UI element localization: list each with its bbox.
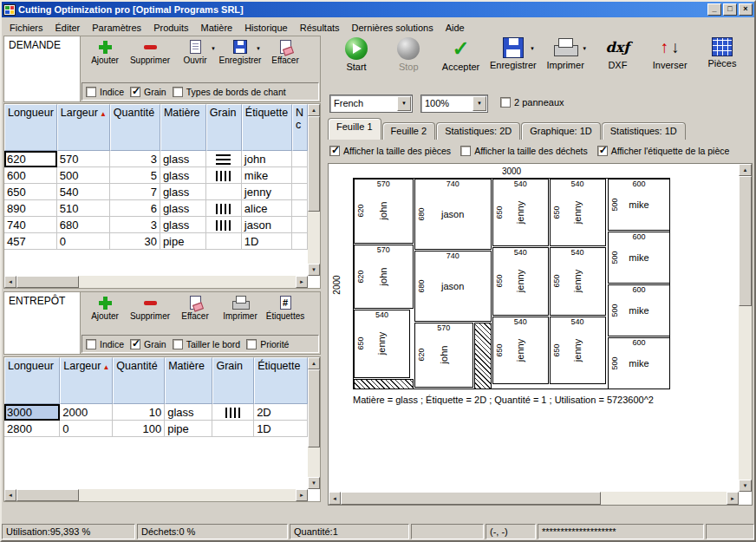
menu-parametres[interactable]: Paramètres xyxy=(86,21,147,35)
menu-produits[interactable]: Produits xyxy=(147,21,194,35)
table-cell[interactable]: 650 xyxy=(4,184,57,200)
menu-dernieres-solutions[interactable]: Dernières solutions xyxy=(346,21,440,35)
column-header-longueur[interactable]: Longueur xyxy=(4,357,60,404)
table-cell[interactable]: 510 xyxy=(57,200,110,217)
menu-historique[interactable]: Historique xyxy=(238,21,294,35)
table-cell[interactable]: 680 xyxy=(57,217,110,233)
table-cell[interactable]: 540 xyxy=(57,184,110,200)
demande-vertical-scrollbar[interactable]: ▲ ▼ xyxy=(308,104,320,276)
table-cell[interactable]: 0 xyxy=(57,233,110,250)
tab-statistiques-1d[interactable]: Statistiques: 1D xyxy=(602,122,686,140)
checkbox-icon[interactable] xyxy=(460,146,471,156)
zoom-select[interactable]: 100% ▼ xyxy=(420,95,488,113)
table-cell[interactable]: jenny xyxy=(242,184,292,200)
piece-jenny[interactable]: 540650jenny xyxy=(492,317,549,384)
table-cell[interactable] xyxy=(206,184,242,200)
piece-jenny[interactable]: 540650jenny xyxy=(492,247,549,315)
table-cell[interactable]: pipe xyxy=(165,421,212,437)
scrollbar-thumb[interactable] xyxy=(739,176,752,306)
minimize-button[interactable]: _ xyxy=(707,3,721,16)
scrollbar-thumb[interactable] xyxy=(16,276,79,288)
scrollbar-thumb[interactable] xyxy=(308,116,320,212)
checkbox-icon[interactable] xyxy=(597,146,608,156)
scrollbar-track[interactable] xyxy=(308,369,320,477)
scroll-right-icon[interactable]: ► xyxy=(727,492,739,505)
scroll-up-icon[interactable]: ▲ xyxy=(308,104,320,116)
table-cell[interactable] xyxy=(292,184,308,200)
menu-resultats[interactable]: Résultats xyxy=(294,21,346,35)
chevron-down-icon[interactable]: ▼ xyxy=(397,96,411,111)
table-cell[interactable]: 30 xyxy=(110,233,160,250)
checkbox-2-panneaux[interactable]: 2 panneaux xyxy=(500,97,564,108)
table-cell[interactable] xyxy=(212,404,254,421)
table-cell[interactable]: 1D xyxy=(242,233,292,250)
scroll-left-icon[interactable]: ◄ xyxy=(4,276,16,288)
table-cell[interactable]: 0 xyxy=(60,421,113,437)
ajouter-button[interactable]: Ajouter xyxy=(82,295,127,321)
table-cell[interactable]: glass xyxy=(160,217,206,233)
piece-jenny[interactable]: 540650jenny xyxy=(492,179,549,246)
table-cell[interactable] xyxy=(292,233,308,250)
scroll-right-icon[interactable]: ► xyxy=(296,489,308,501)
tab-feuille-2[interactable]: Feuille 2 xyxy=(382,122,436,140)
entrepot-vertical-scrollbar[interactable]: ▲ ▼ xyxy=(308,357,320,489)
scrollbar-thumb[interactable] xyxy=(16,489,79,501)
piece-mike[interactable]: 600500mike xyxy=(608,284,670,336)
table-cell[interactable]: 3000 xyxy=(4,404,60,421)
maximize-button[interactable]: □ xyxy=(723,3,737,16)
table-cell[interactable]: pipe xyxy=(160,233,206,250)
table-cell[interactable]: 890 xyxy=(4,200,57,217)
checkbox-afficher-la-taille-des-dechets[interactable]: Afficher la taille des déchets xyxy=(460,146,588,156)
table-cell[interactable]: 100 xyxy=(113,421,165,437)
scrollbar-track[interactable] xyxy=(341,492,727,505)
column-header-grain[interactable]: Grain xyxy=(206,104,242,151)
scroll-right-icon[interactable]: ► xyxy=(296,276,308,288)
column-header-grain[interactable]: Grain xyxy=(212,357,254,404)
start-button[interactable]: Start xyxy=(331,36,381,90)
piece-jason[interactable]: 740680jason xyxy=(414,179,492,250)
table-cell[interactable]: glass xyxy=(160,184,206,200)
table-cell[interactable] xyxy=(292,167,308,184)
piece-john[interactable]: 570620john xyxy=(354,179,414,244)
table-cell[interactable] xyxy=(206,151,242,167)
table-cell[interactable]: 2000 xyxy=(60,404,113,421)
table-cell[interactable]: glass xyxy=(165,404,212,421)
scrollbar-track[interactable] xyxy=(739,176,752,480)
table-cell[interactable] xyxy=(292,151,308,167)
table-cell[interactable]: 570 xyxy=(57,151,110,167)
table-cell[interactable]: john xyxy=(242,151,292,167)
checkbox-icon[interactable] xyxy=(246,339,257,349)
language-select[interactable]: French ▼ xyxy=(329,95,413,113)
dropdown-arrow-icon[interactable]: ▼ xyxy=(256,46,261,51)
table-cell[interactable]: 6 xyxy=(110,200,160,217)
table-cell[interactable] xyxy=(206,233,242,250)
scrollbar-thumb[interactable] xyxy=(308,369,320,447)
table-cell[interactable]: glass xyxy=(160,200,206,217)
table-cell[interactable]: 740 xyxy=(4,217,57,233)
table-cell[interactable]: 3 xyxy=(110,217,160,233)
etiquettes-button[interactable]: #Étiquettes xyxy=(263,295,308,321)
table-cell[interactable]: 1D xyxy=(254,421,308,437)
table-cell[interactable]: 500 xyxy=(57,167,110,184)
scroll-up-icon[interactable]: ▲ xyxy=(308,357,320,369)
table-cell[interactable] xyxy=(206,217,242,233)
table-cell[interactable]: 7 xyxy=(110,184,160,200)
checkbox-icon[interactable] xyxy=(86,339,96,349)
checkbox-grain[interactable]: Grain xyxy=(130,339,166,349)
checkbox-indice[interactable]: Indice xyxy=(86,339,124,349)
scroll-down-icon[interactable]: ▼ xyxy=(308,264,320,276)
imprimer-button[interactable]: Imprimer xyxy=(218,295,263,321)
piece-mike[interactable]: 600500mike xyxy=(608,337,670,389)
piece-jason[interactable]: 740680jason xyxy=(414,251,492,322)
column-header-matiere[interactable]: Matière xyxy=(160,104,206,151)
tab-graphique-1d[interactable]: Graphique: 1D xyxy=(521,122,601,140)
scrollbar-thumb[interactable] xyxy=(341,492,601,505)
table-cell[interactable]: glass xyxy=(160,151,206,167)
tab-statistiques-2d[interactable]: Statistiques: 2D xyxy=(436,122,520,140)
table-cell[interactable]: 5 xyxy=(110,167,160,184)
checkbox-afficher-l-etiquette-de-la-piece[interactable]: Afficher l'étiquette de la pièce xyxy=(597,146,730,156)
table-cell[interactable]: 457 xyxy=(4,233,57,250)
checkbox-priorite[interactable]: Priorité xyxy=(246,339,289,349)
menu-matiere[interactable]: Matière xyxy=(194,21,238,35)
checkbox-icon[interactable] xyxy=(86,87,96,97)
